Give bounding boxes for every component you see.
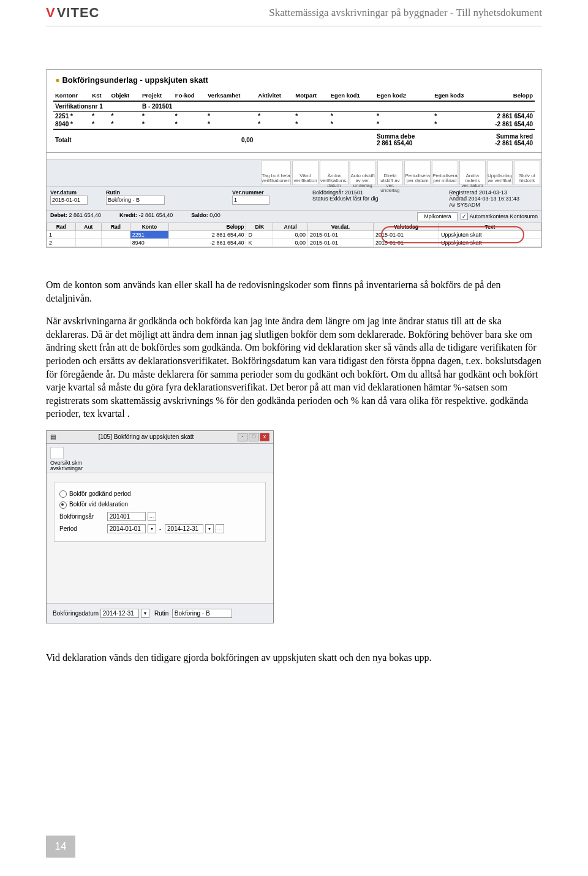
paragraph-3: Vid deklaration vänds den tidigare gjord… [46,651,542,665]
toolbar-btn[interactable]: Auto utskift av ver. underlag [350,161,376,185]
toolbar-btn[interactable]: Upplösning av verifikat [487,161,513,185]
rutin-input[interactable]: Bokföring - B [106,196,165,205]
dialog-toolbar: Översikt skm avskrivningar [47,444,273,473]
close-icon[interactable]: x [260,433,270,441]
radio-deklaration[interactable]: Bokför vid deklaration [59,501,260,508]
radio-godkand[interactable]: Bokför godkänd period [59,490,260,498]
vitec-logo: VVITEC [46,5,99,21]
figure-bokforingsunderlag: ● Bokföringsunderlag - uppskjuten skatt … [46,69,542,248]
paragraph-2: När avskrivningarna är godkända och bokf… [46,314,542,421]
lookup-icon[interactable]: … [148,512,156,521]
toolbar-btn[interactable]: Periodisera per månad [432,161,458,185]
page-number: 14 [46,836,75,858]
maximize-icon[interactable]: □ [249,433,258,441]
automatkontera-checkbox[interactable]: ✓ [461,213,468,220]
dropdown-icon[interactable]: ▾ [141,609,149,618]
fig1-column-header: KontonrKstObjekt ProjektFo-kodVerksamhet… [53,91,535,100]
grid-row[interactable]: 1 2251 2 861 654,40D 0,002015-01-01 2015… [47,231,541,239]
fig1-sum-row: Debet: 2 861 654,40 Kredit: -2 861 654,4… [47,210,541,223]
dropdown-icon[interactable]: ▾ [148,524,156,533]
mplkontera-button[interactable]: Mplkontera [417,212,458,221]
fig1-grid: RadAutRad KontoBeloppD/K AntalVer.dat.Va… [47,223,541,247]
period-from-input[interactable]: 2014-01-01 [107,524,146,533]
toolbar-btn[interactable]: Ändra verifikations-datum [320,161,349,185]
vernummer-input[interactable]: 1 [232,196,270,205]
paragraph-1: Om de konton som används kan eller skall… [46,278,542,305]
fig1-title: ● Bokföringsunderlag - uppskjuten skatt [55,75,535,85]
rutin-input[interactable]: Bokföring - B [172,609,232,618]
fig1-ver-row: Verifikationsnr 1B - 201501 [53,102,535,110]
toolbar-btn[interactable]: Periodisera per datum [404,161,431,185]
verdatum-input[interactable]: 2015-01-01 [50,196,88,205]
toolbar-btn[interactable]: Tag bort hela verifikationen [261,161,291,185]
toolbar-btn[interactable]: Vänd verifikation [292,161,318,185]
minimize-icon[interactable]: - [238,433,247,441]
fig1-meta-row: Ver.datum2015-01-01 RutinBokföring - B V… [47,186,541,210]
fig1-data-row: 2251 ***********2 861 654,40 [53,112,535,120]
toolbar-btn[interactable]: Ändra radens ver.datum [459,161,486,185]
period-to-input[interactable]: 2014-12-31 [165,524,203,533]
window-icon: ▤ [50,433,56,440]
toolbar-btn[interactable]: Direkt utskift av ver. underlag [377,161,404,185]
bokforingsdatum-input[interactable]: 2014-12-31 [100,609,139,618]
fig1-total-row: Totalt 0,00 Summa debe2 861 654,40 Summa… [53,131,535,149]
lookup-icon[interactable]: … [216,524,224,533]
dialog-bottom: Bokföringsdatum 2014-12-31 ▾ Rutin Bokfö… [47,603,273,623]
fig1-data-row: 8940 ***********-2 861 654,40 [53,120,535,128]
grid-row[interactable]: 2 8940 -2 861 654,40K 0,002015-01-01 201… [47,239,541,247]
dropdown-icon[interactable]: ▾ [205,524,214,533]
dialog-titlebar: ▤ [105] Bokföring av uppskjuten skatt - … [47,431,273,444]
page-header: VVITEC Skattemässiga avskrivningar på by… [46,0,542,26]
oversikt-button[interactable]: Översikt skm avskrivningar [50,447,84,471]
fig1-toolbar: Tag bort hela verifikationen Vänd verifi… [47,159,541,186]
toolbar-btn[interactable]: Skriv ut historik [514,161,540,185]
figure-bokforing-dialog: ▤ [105] Bokföring av uppskjuten skatt - … [46,430,274,623]
bokforingsar-input[interactable]: 201401 [107,512,146,521]
header-title: Skattemässiga avskrivningar på byggnader… [99,7,542,19]
